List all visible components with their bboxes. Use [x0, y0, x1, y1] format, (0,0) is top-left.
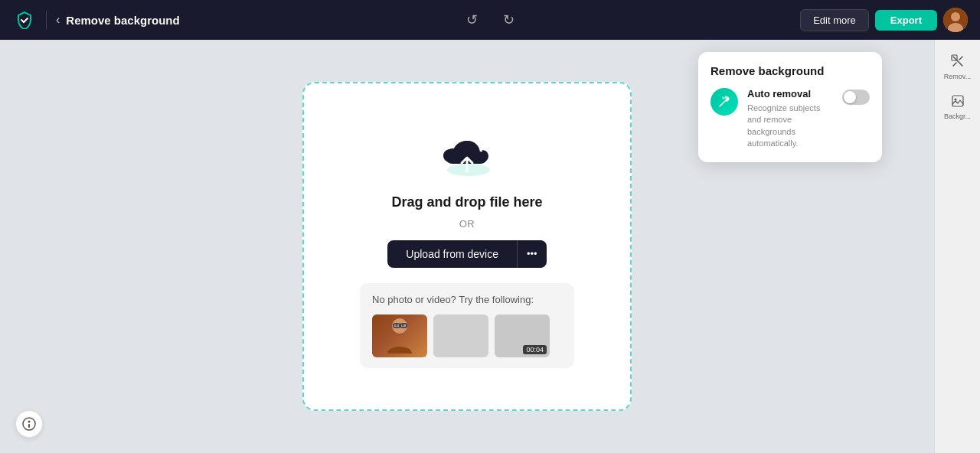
panel-background-label: Backgr...	[944, 112, 971, 120]
suggestion-title: No photo or video? Try the following:	[372, 294, 562, 305]
upload-more-options-button[interactable]: •••	[517, 240, 547, 268]
edit-more-button[interactable]: Edit more	[800, 9, 869, 31]
redo-button[interactable]: ↻	[496, 8, 521, 32]
topbar: ‹ Remove background ↺ ↻ Edit more Export	[0, 0, 980, 40]
panel-remove-bg-button[interactable]: Remov...	[939, 49, 976, 86]
popup-feature-desc: Recognize subjects and remove background…	[747, 103, 833, 150]
suggestion-thumb-2[interactable]	[433, 314, 488, 357]
video-duration-badge: 00:04	[523, 345, 547, 354]
svg-point-14	[726, 96, 729, 99]
back-button[interactable]: ‹	[56, 13, 60, 27]
suggestion-thumb-3[interactable]: 00:04	[495, 314, 550, 357]
svg-rect-8	[400, 324, 407, 328]
avatar[interactable]	[943, 8, 968, 32]
svg-rect-7	[394, 324, 400, 328]
panel-background-button[interactable]: Backgr...	[939, 89, 976, 125]
drag-drop-text: Drag and drop file here	[391, 194, 542, 210]
suggestion-box: No photo or video? Try the following:	[360, 283, 574, 368]
svg-point-1	[951, 12, 960, 21]
popup-title: Remove background	[710, 64, 870, 77]
svg-point-17	[954, 99, 956, 101]
panel-remove-bg-label: Remov...	[944, 73, 971, 80]
main-area: Drag and drop file here OR Upload from d…	[0, 40, 980, 453]
page-title: Remove background	[66, 14, 800, 27]
svg-point-11	[28, 421, 31, 423]
popup-feature-row: Auto removal Recognize subjects and remo…	[710, 88, 870, 150]
export-button[interactable]: Export	[875, 10, 937, 31]
cloud-upload-icon	[436, 125, 498, 179]
or-text: OR	[459, 218, 475, 230]
remove-background-popup: Remove background Auto removal Recognize…	[698, 52, 882, 162]
upload-icon-wrap	[436, 125, 498, 182]
popup-text-block: Auto removal Recognize subjects and remo…	[747, 88, 833, 150]
suggestion-thumbnails: 00:04	[372, 314, 562, 357]
svg-point-3	[447, 164, 490, 176]
app-logo[interactable]	[12, 8, 37, 32]
svg-rect-16	[952, 96, 963, 106]
dropzone[interactable]: Drag and drop file here OR Upload from d…	[302, 82, 632, 411]
canvas-area: Drag and drop file here OR Upload from d…	[0, 40, 934, 453]
topbar-right: Edit more Export	[800, 8, 968, 32]
upload-btn-row: Upload from device •••	[387, 240, 546, 268]
topbar-center-controls: ↺ ↻	[459, 8, 521, 32]
auto-removal-toggle[interactable]	[842, 90, 870, 105]
person-silhouette	[384, 317, 415, 355]
background-icon	[951, 94, 965, 111]
ellipsis-icon: •••	[527, 248, 537, 259]
remove-bg-icon	[951, 54, 965, 71]
right-panel: Remov... Backgr...	[934, 40, 980, 453]
popup-feature-title: Auto removal	[747, 88, 833, 99]
suggestion-thumb-1[interactable]	[372, 314, 427, 357]
undo-button[interactable]: ↺	[459, 8, 484, 32]
upload-from-device-button[interactable]: Upload from device	[387, 240, 517, 268]
svg-rect-12	[28, 424, 30, 428]
hint-button[interactable]	[15, 410, 43, 438]
auto-removal-icon	[710, 88, 738, 116]
topbar-divider	[46, 11, 47, 29]
